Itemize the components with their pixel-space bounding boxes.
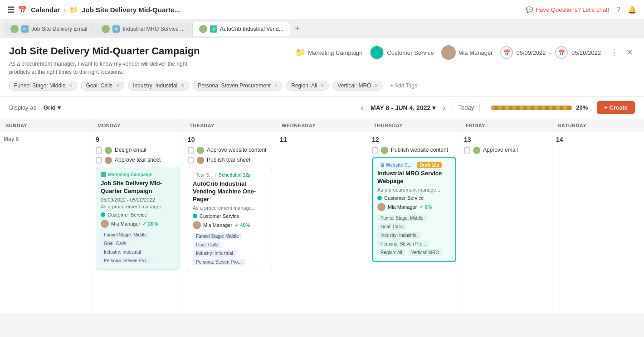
tab-industrial-mro[interactable]: 🖥 Industrial MRO Service ...	[95, 22, 191, 36]
task-checkbox-tear[interactable]	[96, 157, 102, 164]
card-chips-main: Funnel Stage: Middle Goal: Calls Industr…	[101, 231, 175, 265]
header-wednesday: WEDNESDAY	[276, 119, 368, 132]
chip-goal-3: Goal: Calls	[377, 223, 406, 230]
date-sep: -	[550, 49, 551, 56]
task-approve-website[interactable]: Approve website content	[188, 147, 272, 154]
chip-industry-3: Industry: Industrial	[377, 232, 421, 239]
calendar-container: SUNDAY MONDAY TUESDAY WEDNESDAY THURSDAY…	[0, 119, 644, 313]
header-actions: ⋮ ✕	[608, 46, 635, 59]
create-button[interactable]: + Create	[597, 101, 635, 114]
website-tag: 🖥 Website C...	[377, 162, 414, 168]
day-thursday-12: 12 Publish website content 🖥 Website C..…	[368, 132, 460, 313]
display-value-button[interactable]: Grid ▾	[44, 104, 61, 111]
remove-tag-funnel[interactable]: ×	[69, 82, 72, 89]
chip-funnel-3: Funnel Stage: Middle	[377, 215, 427, 221]
close-button[interactable]: ✕	[624, 46, 635, 59]
task-checkbox-publish-web[interactable]	[372, 147, 378, 154]
chip-vertical-3: Vertical: MRO	[408, 249, 442, 256]
task-publish-tear[interactable]: Publish tear sheet	[188, 157, 272, 164]
prev-button[interactable]: ‹	[357, 102, 367, 114]
remove-tag-persona[interactable]: ×	[274, 82, 278, 89]
meta-manager[interactable]: Mia Manager	[441, 45, 493, 60]
add-tag-button[interactable]: + Add Tags	[386, 81, 421, 90]
nav-calendar-label[interactable]: Calendar	[31, 6, 60, 14]
task-checkbox-publish-tear[interactable]	[188, 157, 194, 164]
progress-bar-wrap: 20%	[491, 104, 588, 111]
tab-icon-monitor: 🖥	[112, 25, 120, 33]
remove-tag-goal[interactable]: ×	[116, 82, 119, 89]
day-num-14: 14	[556, 136, 640, 143]
day-num-12: 12	[372, 136, 456, 143]
page-title-nav[interactable]: Job Site Delivery Mid-Quarte...	[82, 6, 180, 14]
day-wednesday-11: 11	[276, 132, 368, 313]
day-num-10: 10	[188, 136, 272, 143]
end-date-icon: 📅	[555, 46, 568, 59]
campaign-title: Job Site Delivery Mid-Quarter Campaign	[9, 45, 200, 57]
more-options-button[interactable]: ⋮	[608, 46, 620, 59]
start-date[interactable]: 05/09/2022	[517, 49, 546, 56]
folder-icon: 📁	[69, 6, 78, 14]
pct-autocrib: ✓ 40%	[234, 222, 250, 228]
help-icon[interactable]: ?	[616, 6, 620, 14]
day-friday-13: 13 Approve email	[460, 132, 552, 313]
task-design-email[interactable]: Design email	[96, 147, 180, 154]
today-button[interactable]: Today	[453, 102, 480, 113]
task-checkbox-website[interactable]	[188, 147, 194, 154]
service-dot	[101, 212, 105, 217]
date-range-label[interactable]: MAY 8 - JUN 4, 2022 ▾	[371, 104, 435, 111]
chat-label: Have Questions? Let's chat!	[536, 6, 609, 13]
tag-region[interactable]: Region: All×	[286, 81, 329, 91]
day-monday-9: 9 Design email Approve tear sheet Market…	[92, 132, 184, 313]
card-service-autocrib: Customer Service	[193, 213, 267, 219]
menu-icon[interactable]: ☰	[7, 5, 15, 15]
tag-vertical[interactable]: Vertical: MRO×	[332, 81, 383, 91]
card-desc-industrial: As a procurement manage...	[377, 187, 451, 193]
meta-type: 📁 Marketing Campaign	[295, 48, 362, 58]
task-approve-tear-sheet[interactable]: Approve tear sheet	[96, 157, 180, 164]
task-approve-email[interactable]: Approve email	[464, 147, 548, 154]
campaign-card-industrial[interactable]: 🖥 Website C... Draft 10a Industrial MRO …	[372, 157, 456, 262]
end-date[interactable]: 05/20/2022	[571, 49, 601, 56]
service-label: Customer Service	[387, 49, 434, 56]
task-avatar-website	[197, 147, 204, 154]
manager-avatar-autocrib	[193, 221, 201, 229]
task-avatar-approve-email	[473, 147, 480, 154]
task-publish-website[interactable]: Publish website content	[372, 147, 456, 154]
tag-goal[interactable]: Goal: Calls×	[81, 81, 124, 91]
task-label-approve-email: Approve email	[483, 147, 518, 154]
remove-tag-region[interactable]: ×	[321, 82, 324, 89]
tag-industry[interactable]: Industry: Industrial×	[128, 81, 189, 91]
campaign-card-main[interactable]: Marketing Campaign Job Site Delivery Mid…	[96, 167, 180, 270]
card-desc-autocrib: As a procurement manage...	[193, 205, 267, 211]
manager-avatar	[441, 45, 456, 60]
tab-icon-monitor2: 🖥	[210, 25, 217, 33]
card-service-industrial: Customer Service	[377, 195, 451, 201]
day-saturday-14: 14	[552, 132, 644, 313]
tag-persona[interactable]: Persona: Steven Procurement×	[193, 81, 283, 91]
header-friday: FRIDAY	[460, 119, 552, 132]
card-manager-industrial: Mia Manager ✓ 0%	[377, 203, 451, 211]
tab-job-site[interactable]: ✉ Job Site Delivery Email	[4, 22, 94, 36]
tab-autocrib[interactable]: 🖥 AutoCrib Industrial Vend...	[192, 22, 290, 36]
campaign-card-autocrib[interactable]: Tear S... Scheduled 12p AutoCrib Industr…	[188, 167, 272, 271]
task-checkbox-design[interactable]	[96, 147, 102, 154]
card-manager-main: Mia Manager ✓ 20%	[101, 220, 175, 228]
chat-button[interactable]: 💬 Have Questions? Let's chat!	[526, 6, 609, 13]
chip-industry-2: Industry: Industrial	[193, 250, 236, 257]
breadcrumb-sep: ›	[63, 6, 66, 14]
card-dates-main: 05/09/2022 - 05/20/2022	[101, 197, 175, 202]
meta-service[interactable]: Customer Service	[370, 45, 434, 60]
day-num-9: 9	[96, 136, 180, 143]
task-label-design: Design email	[115, 147, 146, 154]
next-button[interactable]: ›	[439, 102, 449, 114]
tag-funnel-stage[interactable]: Funnel Stage: Middle×	[9, 81, 77, 91]
task-checkbox-approve-email[interactable]	[464, 147, 470, 154]
pct-main: ✓ 20%	[142, 221, 158, 227]
bell-icon[interactable]: 🔔	[628, 5, 637, 14]
remove-tag-vertical[interactable]: ×	[375, 82, 378, 89]
remove-tag-industry[interactable]: ×	[181, 82, 184, 89]
manager-avatar-card	[101, 220, 109, 228]
tab-add-button[interactable]: +	[291, 23, 304, 35]
chip-persona-2: Persona: Steven Pro...	[193, 259, 245, 265]
card-manager-autocrib: Mia Manager ✓ 40%	[193, 221, 267, 229]
